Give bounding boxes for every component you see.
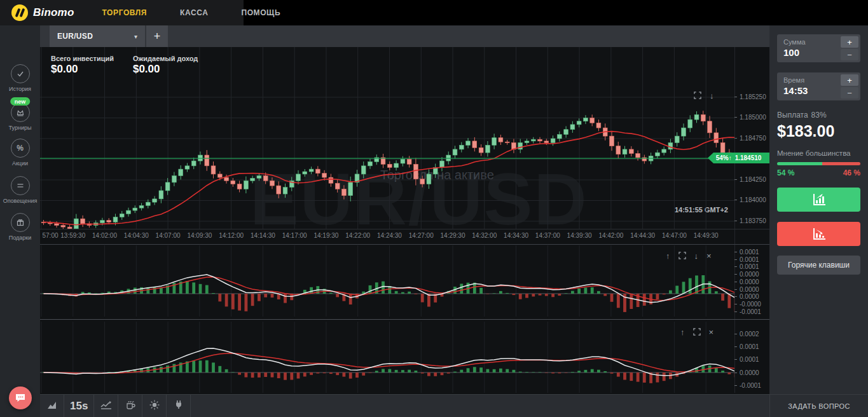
timeframe-button[interactable]: 15s <box>64 395 94 417</box>
brightness-button[interactable] <box>142 395 167 417</box>
asset-name: EUR/USD <box>57 32 93 41</box>
majority-down-percent: 46 % <box>843 168 860 177</box>
expected-income-label: Ожидаемый доход <box>133 55 198 62</box>
divider <box>40 244 769 245</box>
time-axis-label: 14:44:30 <box>630 232 655 239</box>
arrow-down-icon[interactable]: ↓ <box>710 92 714 101</box>
indicator-axis-label: 0.0001 <box>734 343 759 350</box>
time-axis-label: 14:29:30 <box>441 232 465 239</box>
arrow-down-icon[interactable]: ↓ <box>694 252 699 261</box>
indicator-axis-label: 0.0001 <box>734 356 759 363</box>
sidebar-item-promotions[interactable]: % Акции <box>0 139 40 167</box>
chart-column: EUR/USD ▾ + Всего инвестиций $0.00 Ожида… <box>40 25 769 417</box>
area-chart-icon <box>47 400 57 412</box>
amount-increase-button[interactable]: + <box>841 36 858 48</box>
divider <box>40 319 769 320</box>
left-sidebar: История new Турниры % Акции Оповещения <box>0 25 40 417</box>
time-axis-label: 14:19:30 <box>313 232 338 239</box>
area-chart-button[interactable] <box>40 395 64 417</box>
time-axis-label: 14:17:00 <box>282 232 307 239</box>
main-menu: ТОРГОВЛЯ КАССА ПОМОЩЬ <box>102 8 280 17</box>
investment-stats: Всего инвестиций $0.00 Ожидаемый доход $… <box>51 55 198 76</box>
ask-question-button[interactable]: ЗАДАТЬ ВОПРОС <box>769 394 868 417</box>
chat-icon <box>15 393 26 403</box>
close-icon[interactable]: × <box>709 328 714 338</box>
time-axis-label: 14:32:00 <box>472 232 497 239</box>
asset-dropdown[interactable]: EUR/USD ▾ <box>50 25 145 47</box>
indicator-axis-label: 0.0001 <box>734 249 759 256</box>
time-axis-label: 13:59:30 <box>60 232 85 239</box>
asset-tabbar: EUR/USD ▾ + <box>40 25 769 47</box>
chevron-down-icon: ▾ <box>134 33 137 40</box>
payout-amount: $183.00 <box>777 122 860 140</box>
total-investments-label: Всего инвестиций <box>51 55 114 62</box>
majority-up-segment <box>777 162 822 165</box>
arrow-up-icon[interactable]: ↑ <box>680 328 685 338</box>
indicator-axis-label: 0.0001 <box>734 263 759 270</box>
time-axis-label: 57:00 <box>42 232 58 239</box>
candles-group <box>41 111 731 229</box>
sidebar-item-history[interactable]: История <box>0 64 40 92</box>
plug-button[interactable] <box>167 395 191 417</box>
sell-put-button[interactable] <box>777 222 860 246</box>
sidebar-item-notifications[interactable]: Оповещения <box>0 176 40 204</box>
fullscreen-icon[interactable] <box>679 252 686 261</box>
indicator-panel-1[interactable] <box>40 245 734 317</box>
majority-opinion-bar <box>777 162 860 165</box>
hotkeys-button[interactable]: Горячие клавиши <box>777 256 860 275</box>
nav-item-help[interactable]: ПОМОЩЬ <box>241 8 280 17</box>
price-axis-label: 1.184250 <box>734 176 766 183</box>
notifications-icon <box>11 176 30 195</box>
indicator-axis-label: 0.0000 <box>734 369 759 376</box>
time-axis-label: 14:37:00 <box>535 232 560 239</box>
buy-call-button[interactable] <box>777 188 860 212</box>
time-axis-label: 14:09:30 <box>187 232 212 239</box>
chat-button[interactable] <box>9 386 32 409</box>
sidebar-item-tournaments[interactable]: new Турниры <box>0 103 40 131</box>
ma-line <box>44 132 735 225</box>
price-axis-label: 1.183750 <box>734 217 766 224</box>
time-axis-label: 14:07:00 <box>156 232 181 239</box>
price-axis-label: 1.185000 <box>734 114 766 121</box>
chart-down-icon <box>811 227 827 241</box>
majority-label: Мнение большинства <box>777 149 860 157</box>
nav-item-cashier[interactable]: КАССА <box>180 8 208 17</box>
fullscreen-icon[interactable] <box>693 328 701 338</box>
sidebar-item-label: Турниры <box>0 125 40 131</box>
indicator-panel-2[interactable] <box>40 322 734 393</box>
arrow-up-icon[interactable]: ↑ <box>666 252 670 261</box>
close-icon[interactable]: × <box>706 252 712 261</box>
time-increase-button[interactable]: + <box>841 74 858 86</box>
nav-item-trading[interactable]: ТОРГОВЛЯ <box>102 8 147 17</box>
sidebar-item-gifts[interactable]: Подарки <box>0 213 40 241</box>
cup-icon <box>125 400 135 412</box>
amount-card[interactable]: Сумма 100 + − <box>777 34 860 62</box>
tournaments-icon <box>11 103 30 122</box>
time-axis-label: 14:22:00 <box>345 232 370 239</box>
line-chart-button[interactable] <box>94 395 118 417</box>
time-axis-label: 14:47:00 <box>662 232 687 239</box>
gifts-icon <box>11 213 30 232</box>
time-axis-label: 14:34:30 <box>504 232 528 239</box>
binomo-logo[interactable]: Binomo <box>11 4 74 21</box>
chart-area: Всего инвестиций $0.00 Ожидаемый доход $… <box>40 47 769 394</box>
top-nav: Binomo ТОРГОВЛЯ КАССА ПОМОЩЬ <box>0 0 868 25</box>
history-icon <box>11 64 30 83</box>
time-decrease-button[interactable]: − <box>841 87 858 99</box>
sidebar-item-label: Акции <box>0 160 40 167</box>
time-axis-label: 14:02:00 <box>92 232 117 239</box>
current-price-badge: 54%↑ 1.184510 <box>708 153 769 163</box>
time-axis-label: 14:27:00 <box>409 232 434 239</box>
time-card[interactable]: Время 14:53 + − <box>777 72 860 100</box>
grid <box>41 322 706 393</box>
brightness-icon <box>149 400 160 413</box>
add-asset-button[interactable]: + <box>146 25 168 47</box>
payout-percent: 83% <box>811 111 827 120</box>
amount-decrease-button[interactable]: − <box>841 49 858 60</box>
fullscreen-icon[interactable] <box>694 92 701 101</box>
divider <box>40 229 769 229</box>
indicator-axis-label: 0.0000 <box>734 293 759 300</box>
binomo-app: Binomo ТОРГОВЛЯ КАССА ПОМОЩЬ История new <box>0 0 868 417</box>
price-axis: 1.1852501.1850001.1847501.1842501.184000… <box>734 47 769 229</box>
cup-button[interactable] <box>118 395 142 417</box>
